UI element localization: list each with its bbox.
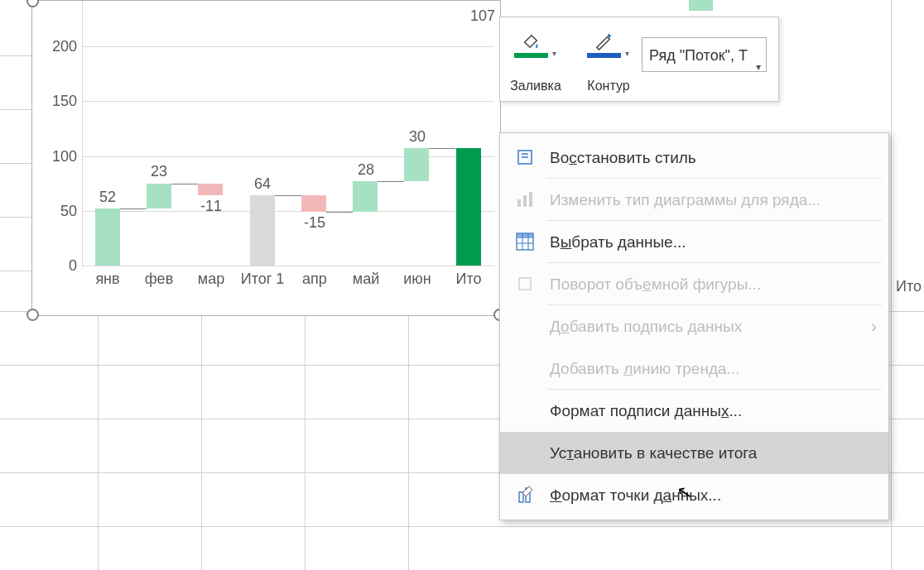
bar-total2[interactable] <box>456 148 481 266</box>
menu-add-data-label: Добавить подпись данных › <box>500 305 888 347</box>
bar-jan[interactable] <box>95 208 120 266</box>
menu-format-data-point-label: Формат точки данных... <box>550 486 721 504</box>
xtick-0: янв <box>95 271 119 288</box>
xtick-right-fragment: Ито <box>896 278 922 295</box>
bar-label-jun: 30 <box>409 128 426 146</box>
xtick-3: Итог 1 <box>241 271 285 288</box>
select-data-icon <box>515 232 535 251</box>
bar-label-total1: 64 <box>254 175 271 193</box>
svg-rect-5 <box>517 233 533 238</box>
fill-color-swatch <box>514 53 548 58</box>
xtick-1: фев <box>145 271 173 288</box>
menu-set-as-total-label: Установить в качестве итога <box>550 444 757 462</box>
svg-rect-1 <box>517 199 521 207</box>
menu-add-data-label-label: Добавить подпись данных <box>550 318 742 335</box>
menu-select-data[interactable]: Выбрать данные... <box>500 221 888 263</box>
xtick-5: май <box>353 271 379 288</box>
bar-mar[interactable] <box>198 184 223 196</box>
bar-total1[interactable] <box>250 195 275 266</box>
chart-element-selector[interactable]: Ряд "Поток", Т ▾ <box>642 37 767 72</box>
svg-rect-2 <box>523 195 527 207</box>
bar-label-apr: -15 <box>304 214 325 232</box>
chart-type-icon <box>515 189 535 209</box>
fill-dropdown-caret-icon[interactable]: ▾ <box>552 49 556 58</box>
ytick-100: 100 <box>41 147 77 165</box>
ytick-200: 200 <box>41 38 77 55</box>
menu-rotate-3d-label: Поворот объемной фигуры... <box>550 275 761 293</box>
chart-bar-fragment <box>689 0 713 11</box>
resize-handle-bl[interactable] <box>26 309 39 321</box>
xtick-6: июн <box>403 271 431 288</box>
menu-format-data-point[interactable]: Формат точки данных... <box>500 474 888 516</box>
ytick-0: 0 <box>41 257 77 275</box>
chart-element-selector-value: Ряд "Поток", Т <box>649 47 748 64</box>
outline-color-swatch <box>587 53 621 58</box>
fill-button[interactable]: Заливка <box>507 79 565 93</box>
menu-set-as-total[interactable]: Установить в качестве итога <box>500 432 888 474</box>
bar-label-total2: 107 <box>470 7 495 25</box>
bar-feb[interactable] <box>147 184 171 209</box>
chart-object[interactable]: 0 50 100 150 200 52 23 -11 64 -15 28 30 <box>31 0 501 316</box>
bar-label-feb: 23 <box>151 163 167 180</box>
bar-label-may: 28 <box>358 161 374 179</box>
outline-dropdown-caret-icon[interactable]: ▾ <box>625 49 629 58</box>
fill-bucket-icon <box>520 32 541 50</box>
plot-area[interactable]: 0 50 100 150 200 52 23 -11 64 -15 28 30 <box>82 1 494 266</box>
bar-label-mar: -11 <box>200 198 222 215</box>
bar-label-jan: 52 <box>99 189 116 206</box>
svg-rect-9 <box>519 278 531 290</box>
menu-restore-style[interactable]: Восстановить стиль <box>500 137 888 179</box>
menu-change-chart-type: Изменить тип диаграммы для ряда... <box>500 179 888 221</box>
bar-apr[interactable] <box>301 195 326 212</box>
outline-pen-icon <box>593 32 614 50</box>
menu-format-data-label-label: Формат подписи данных... <box>550 402 742 419</box>
chevron-right-icon: › <box>871 305 877 347</box>
menu-add-trendline-label: Добавить линию тренда... <box>550 360 739 377</box>
xtick-4: апр <box>302 271 327 288</box>
resize-handle-tl[interactable] <box>26 0 39 7</box>
xtick-7: Ито <box>456 271 482 288</box>
menu-format-data-label[interactable]: Формат подписи данных... <box>500 390 888 432</box>
chevron-down-icon: ▾ <box>756 50 761 72</box>
menu-restore-style-label: Восстановить стиль <box>550 149 696 166</box>
svg-rect-3 <box>529 192 532 207</box>
mini-format-toolbar: ▾ Заливка ▾ Контур Ряд "Поток", Т ▾ <box>499 17 779 102</box>
menu-add-trendline: Добавить линию тренда... <box>500 347 888 390</box>
ytick-50: 50 <box>41 202 77 219</box>
bar-may[interactable] <box>353 181 378 212</box>
bar-jun[interactable] <box>404 148 429 181</box>
menu-select-data-label: Выбрать данные... <box>550 233 686 251</box>
chart-point-context-menu: Восстановить стиль Изменить тип диаграмм… <box>499 132 889 520</box>
format-data-point-icon <box>515 485 535 505</box>
ytick-150: 150 <box>41 93 77 110</box>
rotate-3d-icon <box>515 274 535 294</box>
restore-style-icon <box>515 147 535 167</box>
menu-change-chart-type-label: Изменить тип диаграммы для ряда... <box>550 191 821 208</box>
xtick-2: мар <box>198 271 224 288</box>
outline-button[interactable]: Контур <box>580 79 638 93</box>
menu-rotate-3d: Поворот объемной фигуры... <box>500 263 888 305</box>
